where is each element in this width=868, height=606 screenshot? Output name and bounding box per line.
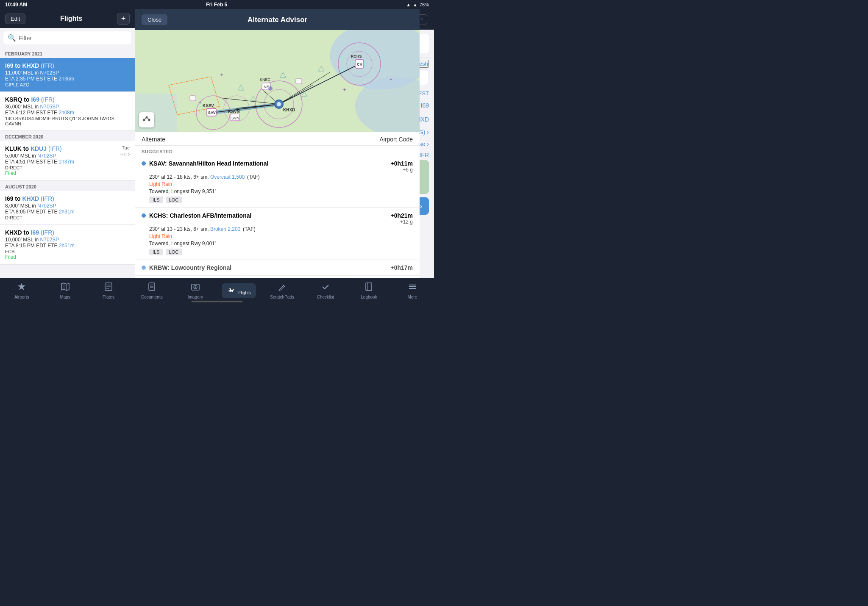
- tab-bar: Airports Maps Plates: [0, 278, 434, 303]
- section-august-2020: AUGUST 2020: [0, 181, 135, 191]
- status-icons: ▲ ▲ 76%: [406, 2, 429, 7]
- alternate-dot: [142, 266, 146, 270]
- filed-badge: Filed: [5, 170, 130, 176]
- close-button[interactable]: Close: [142, 14, 167, 25]
- svg-text:SAV: SAV: [208, 111, 216, 115]
- svg-rect-49: [190, 96, 196, 101]
- svg-point-36: [277, 102, 281, 106]
- tab-plates[interactable]: Plates: [87, 279, 130, 302]
- flights-active-bg: Flights: [222, 283, 256, 298]
- svg-point-34: [268, 86, 273, 91]
- svg-rect-50: [296, 79, 302, 84]
- svg-text:✦: ✦: [198, 100, 202, 105]
- tab-more[interactable]: More: [391, 279, 434, 302]
- checklist-label: Checklist: [317, 295, 334, 299]
- search-bar[interactable]: 🔍: [3, 31, 131, 44]
- chevron-right-icon: ›: [420, 202, 422, 210]
- flight-route: KLUK to KDUJ (IFR): [5, 145, 62, 152]
- alternate-ksav-row1: KSAV: Savannah/Hilton Head International…: [142, 160, 413, 173]
- modal-header: Close Alternate Advisor: [135, 9, 420, 30]
- flight-item[interactable]: KLUK to KDUJ (IFR) Tue 5,000' MSL in N70…: [0, 141, 135, 181]
- svg-text:KNEC: KNEC: [260, 77, 271, 82]
- edit-button[interactable]: Edit: [5, 14, 25, 24]
- tab-imagery[interactable]: Imagery: [174, 279, 217, 302]
- alternate-kchs-time: +0h21m +12 g: [390, 212, 413, 225]
- flight-type: (IFR): [41, 195, 54, 202]
- flight-item[interactable]: KSRQ to I69 (IFR) 36,000' MSL in N705SP …: [0, 92, 135, 131]
- section-december-2020: DECEMBER 2020: [0, 131, 135, 141]
- flight-day: Tue: [122, 145, 130, 152]
- modal-footer: Weather based on ETA at alternate. Alway…: [135, 276, 420, 278]
- svg-text:SVN: SVN: [231, 116, 239, 120]
- flight-route: I69 to KHXD (IFR): [5, 195, 130, 202]
- svg-rect-74: [366, 283, 372, 291]
- airport-code-col-header: Airport Code: [379, 136, 413, 143]
- more-label: More: [407, 295, 417, 299]
- flight-item[interactable]: KHXD to I69 (IFR) 10,000' MSL in N702SP …: [0, 225, 135, 265]
- home-indicator: [192, 301, 242, 302]
- flight-detail: 5,000' MSL in N702SP: [5, 153, 56, 159]
- airports-icon: [17, 282, 26, 293]
- flight-item[interactable]: I69 to KHXD (IFR) 11,000' MSL in N702SP …: [0, 58, 135, 92]
- flight-eta: ETA 2:35 PM EST ETE 2h36m: [5, 76, 130, 82]
- alternate-kchs-row1: KCHS: Charleston AFB/International +0h21…: [142, 212, 413, 225]
- logbook-label: Logbook: [361, 295, 377, 299]
- flights-list-panel: Edit Flights + 🔍 FEBRUARY 2021 I69 to KH…: [0, 9, 135, 278]
- modal-body: Alternate Airport Code SUGGESTED KSAV: S…: [135, 132, 420, 278]
- flight-eta: ETA 8:05 PM EDT ETE 2h31m: [5, 209, 130, 215]
- flight-waypoints: 14O.SRKUS4.MOMIE BRUTS Q118 JOHNN TAYOS …: [5, 116, 130, 126]
- tab-maps[interactable]: Maps: [43, 279, 86, 302]
- svg-text:✦: ✦: [342, 87, 347, 93]
- search-input[interactable]: [19, 35, 127, 42]
- tab-logbook[interactable]: Logbook: [347, 279, 390, 302]
- flight-eta: ETA 6:12 PM EST ETE 2h08m: [5, 110, 130, 116]
- maps-label: Maps: [60, 295, 70, 299]
- flight-item[interactable]: I69 to KHXD (IFR) 8,000' MSL in N702SP E…: [0, 191, 135, 225]
- alternate-kchs-name: KCHS: Charleston AFB/International: [142, 212, 251, 219]
- ils-tag: ILS: [149, 249, 163, 255]
- battery-value: 76%: [420, 2, 429, 7]
- documents-icon: [147, 282, 156, 293]
- alternate-kchs-tags: ILS LOC: [142, 249, 413, 255]
- alternate-ksav-condition: Light Rain: [142, 181, 413, 187]
- alternate-ksav[interactable]: KSAV: Savannah/Hilton Head International…: [135, 156, 420, 208]
- flight-etd: ETD: [120, 152, 130, 159]
- plates-label: Plates: [103, 295, 114, 299]
- maps-icon: [61, 282, 70, 293]
- flight-type: (IFR): [41, 62, 54, 69]
- tab-checklist[interactable]: Checklist: [304, 279, 347, 302]
- modal-title: Alternate Advisor: [167, 16, 387, 24]
- status-time: 10:49 AM: [5, 2, 27, 8]
- svg-text:KSVN: KSVN: [228, 109, 240, 114]
- alternate-advisor-modal: Close Alternate Advisor: [135, 9, 420, 278]
- origin-code[interactable]: I69: [421, 102, 429, 109]
- chevron-right-icon: ›: [427, 141, 429, 147]
- tab-flights[interactable]: Flights: [217, 281, 260, 301]
- svg-text:KCHS: KCHS: [351, 54, 362, 58]
- map-share-icon[interactable]: [139, 112, 154, 127]
- signal-icon: ▲: [413, 2, 417, 7]
- flight-route: I69 to KHXD (IFR): [5, 62, 130, 69]
- flights-header: Edit Flights +: [0, 9, 135, 28]
- svg-line-58: [144, 117, 147, 120]
- documents-label: Documents: [141, 295, 163, 299]
- flights-list: FEBRUARY 2021 I69 to KHXD (IFR) 11,000' …: [0, 48, 135, 278]
- alternate-krbw-name: KRBW: Lowcountry Regional: [142, 264, 231, 271]
- svg-point-72: [195, 287, 196, 288]
- svg-text:NE: NE: [264, 85, 269, 89]
- flight-eta: ETA 4:51 PM EST ETE 1h37m: [5, 159, 130, 165]
- tab-scratchpads[interactable]: ScratchPads: [260, 279, 303, 302]
- svg-text:KSAV: KSAV: [203, 103, 214, 108]
- modal-column-headers: Alternate Airport Code: [135, 132, 420, 146]
- alternate-kchs-condition: Light Rain: [142, 233, 413, 239]
- alternate-krbw[interactable]: KRBW: Lowcountry Regional +0h17m: [135, 260, 420, 276]
- alternate-dot: [142, 213, 146, 218]
- flight-waypoints: DIRECT: [5, 215, 130, 220]
- alternate-kchs-weather: 230° at 13 - 23 kts, 6+ sm, Broken 2,200…: [142, 226, 413, 232]
- plates-icon: [104, 282, 113, 293]
- tab-airports[interactable]: Airports: [0, 279, 43, 302]
- scratchpads-label: ScratchPads: [270, 295, 294, 299]
- add-flight-button[interactable]: +: [117, 13, 130, 25]
- tab-documents[interactable]: Documents: [130, 279, 173, 302]
- alternate-kchs[interactable]: KCHS: Charleston AFB/International +0h21…: [135, 208, 420, 260]
